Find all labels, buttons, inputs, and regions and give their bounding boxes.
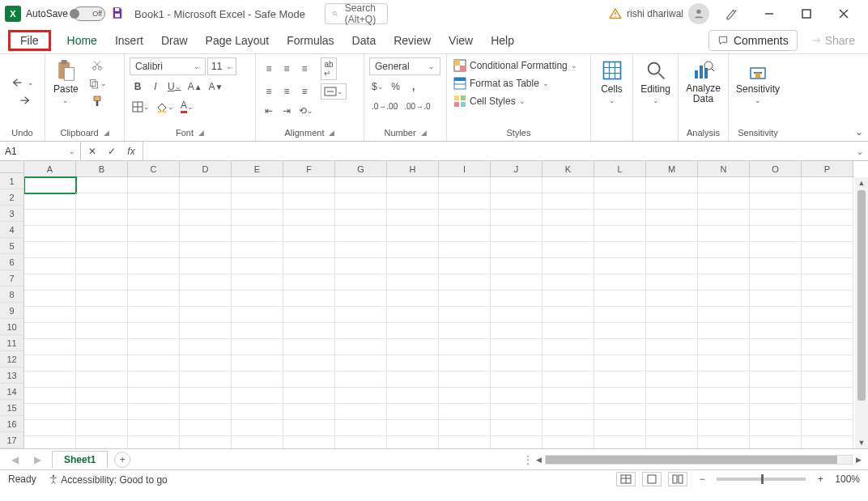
zoom-out-button[interactable]: −	[694, 471, 710, 487]
cell[interactable]	[335, 291, 387, 307]
conditional-formatting-button[interactable]: Conditional Formatting⌄	[452, 57, 579, 74]
cell[interactable]	[232, 226, 283, 242]
column-header[interactable]: J	[491, 161, 542, 177]
cell[interactable]	[24, 372, 76, 388]
cell[interactable]	[387, 258, 439, 274]
cells-button[interactable]: Cells⌄	[598, 57, 627, 106]
cell[interactable]	[491, 210, 542, 226]
cell[interactable]	[24, 193, 76, 210]
row-header[interactable]: 11	[0, 335, 23, 351]
cell[interactable]	[180, 274, 232, 291]
cell[interactable]	[387, 404, 439, 420]
cell[interactable]	[283, 388, 335, 404]
cell[interactable]	[232, 436, 283, 448]
cell[interactable]	[698, 404, 750, 420]
cell[interactable]	[646, 355, 698, 372]
cell[interactable]	[698, 355, 750, 372]
cell[interactable]	[750, 193, 802, 210]
cell[interactable]	[76, 420, 128, 436]
number-format-select[interactable]: General⌄	[369, 57, 440, 75]
cell[interactable]	[283, 291, 335, 307]
search-box[interactable]: Search (Alt+Q)	[325, 3, 388, 24]
cell[interactable]	[76, 258, 128, 274]
cell[interactable]	[335, 404, 387, 420]
cell[interactable]	[76, 355, 128, 372]
cell[interactable]	[24, 404, 76, 420]
cell[interactable]	[128, 436, 180, 448]
cell[interactable]	[387, 291, 439, 307]
collapse-ribbon-icon[interactable]: ⌄	[855, 126, 863, 138]
page-layout-view-button[interactable]	[642, 472, 662, 486]
row-header[interactable]: 5	[0, 238, 23, 254]
cell[interactable]	[335, 226, 387, 242]
cell[interactable]	[128, 355, 180, 372]
tab-data[interactable]: Data	[351, 31, 378, 50]
number-launcher-icon[interactable]: ◢	[421, 129, 427, 137]
cell[interactable]	[283, 177, 335, 193]
cell[interactable]	[232, 210, 283, 226]
cell[interactable]	[750, 177, 802, 193]
column-header[interactable]: L	[594, 161, 646, 177]
share-button[interactable]: Share	[804, 31, 862, 50]
tab-formulas[interactable]: Formulas	[285, 31, 335, 50]
cell[interactable]	[180, 177, 232, 193]
cell[interactable]	[128, 420, 180, 436]
cell[interactable]	[646, 339, 698, 355]
wrap-text-button[interactable]: ab↵	[321, 57, 337, 80]
hscroll-right-icon[interactable]: ▶	[856, 456, 862, 464]
cell[interactable]	[232, 193, 283, 210]
cell[interactable]	[646, 210, 698, 226]
merge-center-button[interactable]: ⌄	[321, 83, 347, 100]
cell[interactable]	[439, 210, 491, 226]
cell[interactable]	[646, 258, 698, 274]
cell[interactable]	[283, 193, 335, 210]
cell[interactable]	[76, 372, 128, 388]
cell[interactable]	[750, 388, 802, 404]
cell[interactable]	[335, 339, 387, 355]
cell[interactable]	[335, 193, 387, 210]
borders-button[interactable]: ⌄	[130, 99, 152, 115]
cell[interactable]	[180, 355, 232, 372]
save-icon[interactable]	[110, 6, 126, 22]
cell[interactable]	[128, 226, 180, 242]
cell[interactable]	[646, 274, 698, 291]
cell[interactable]	[698, 420, 750, 436]
cell[interactable]	[283, 420, 335, 436]
row-header[interactable]: 13	[0, 367, 23, 384]
column-header[interactable]: P	[802, 161, 853, 177]
cell[interactable]	[439, 420, 491, 436]
cell[interactable]	[128, 388, 180, 404]
bold-button[interactable]: B	[130, 79, 146, 95]
row-header[interactable]: 14	[0, 384, 23, 400]
cell[interactable]	[283, 404, 335, 420]
cell[interactable]	[698, 242, 750, 258]
cell[interactable]	[594, 307, 646, 323]
cell[interactable]	[439, 355, 491, 372]
cell[interactable]	[542, 258, 594, 274]
cell[interactable]	[542, 436, 594, 448]
cell[interactable]	[542, 420, 594, 436]
cell[interactable]	[387, 436, 439, 448]
font-launcher-icon[interactable]: ◢	[198, 129, 204, 137]
fill-color-button[interactable]: ⌄	[154, 99, 177, 115]
cell[interactable]	[24, 274, 76, 291]
cell[interactable]	[283, 372, 335, 388]
sensitivity-button[interactable]: Sensitivity⌄	[733, 57, 783, 106]
cell[interactable]	[491, 291, 542, 307]
cell[interactable]	[594, 291, 646, 307]
font-color-button[interactable]: A⌄	[178, 98, 196, 115]
fx-icon[interactable]: fx	[123, 143, 139, 159]
cell[interactable]	[491, 307, 542, 323]
cell[interactable]	[491, 404, 542, 420]
cell[interactable]	[750, 274, 802, 291]
cell[interactable]	[750, 291, 802, 307]
cell[interactable]	[439, 323, 491, 339]
cell[interactable]	[542, 388, 594, 404]
cell[interactable]	[802, 242, 853, 258]
row-header[interactable]: 16	[0, 416, 23, 432]
enter-formula-icon[interactable]: ✓	[104, 143, 120, 159]
cell[interactable]	[76, 193, 128, 210]
cell[interactable]	[232, 274, 283, 291]
cell[interactable]	[439, 193, 491, 210]
analyze-data-button[interactable]: Analyze Data	[683, 57, 724, 106]
